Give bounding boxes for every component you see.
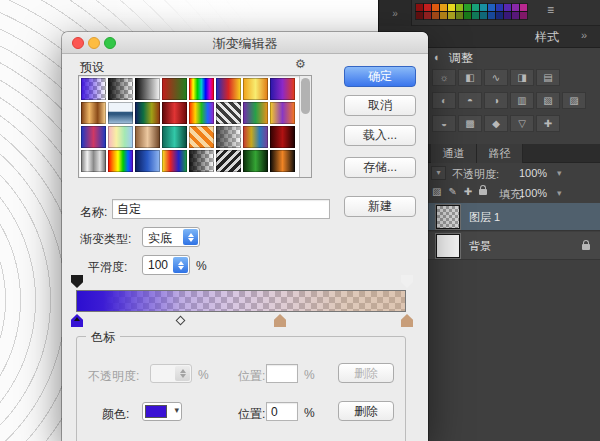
color-stop-left[interactable] — [71, 314, 83, 327]
color-stop-right[interactable] — [401, 314, 413, 327]
gradient-preset[interactable] — [162, 102, 187, 124]
presets-gear-icon[interactable]: ⚙ — [295, 57, 306, 71]
smoothness-stepper[interactable]: 100 — [142, 255, 190, 275]
opacity-stop-left[interactable] — [71, 275, 83, 288]
color-swatch[interactable] — [464, 12, 471, 19]
lock-position-icon[interactable]: ✚ — [464, 186, 472, 197]
gradient-preset[interactable] — [216, 102, 241, 124]
color-swatch[interactable] — [440, 4, 447, 11]
panel-collapse-icon[interactable]: » — [581, 29, 586, 41]
adjustment-icon[interactable]: ◆ — [484, 115, 508, 132]
color-swatch[interactable] — [448, 12, 455, 19]
layers-fill-dropdown-icon[interactable]: ▾ — [557, 188, 562, 198]
adjustment-icon[interactable]: ▩ — [458, 115, 482, 132]
adjustment-icon[interactable]: ◑ — [484, 92, 508, 109]
lock-pixels-icon[interactable]: ✎ — [448, 186, 456, 197]
gradient-preset[interactable] — [81, 102, 106, 124]
adjustment-icon[interactable]: ◓ — [458, 92, 482, 109]
color-swatch[interactable] — [464, 4, 471, 11]
layer1-thumbnail[interactable] — [436, 205, 460, 229]
color-swatch[interactable] — [145, 405, 167, 418]
color-swatch[interactable] — [496, 4, 503, 11]
lock-all-icon[interactable] — [479, 189, 487, 195]
new-button[interactable]: 新建 — [344, 196, 416, 217]
delete-color-stop-button[interactable]: 删除 — [338, 401, 394, 421]
name-input[interactable] — [112, 199, 330, 219]
adjustment-icon[interactable]: ✚ — [536, 115, 560, 132]
gradient-preset[interactable] — [189, 150, 214, 172]
gradient-preset[interactable] — [135, 78, 160, 100]
dialog-titlebar[interactable]: 渐变编辑器 — [62, 32, 428, 54]
color-swatch[interactable] — [424, 12, 431, 19]
color-swatch[interactable] — [504, 12, 511, 19]
gradient-preset[interactable] — [162, 78, 187, 100]
color-stop-middle[interactable] — [274, 314, 286, 327]
background-thumbnail[interactable] — [436, 234, 460, 258]
layers-opacity-value[interactable]: 100% — [519, 167, 547, 179]
color-dropdown-icon[interactable]: ▾ — [174, 405, 179, 415]
adjustment-icon[interactable]: ▧ — [536, 92, 560, 109]
gradient-preset[interactable] — [243, 78, 268, 100]
gradient-preset[interactable] — [81, 150, 106, 172]
adjustment-icon[interactable]: ◒ — [432, 115, 456, 132]
gradient-preset[interactable] — [135, 126, 160, 148]
color-swatch[interactable] — [432, 12, 439, 19]
adjustment-icon[interactable]: ▽ — [510, 115, 534, 132]
color-swatch[interactable] — [432, 4, 439, 11]
color-swatch[interactable] — [520, 12, 527, 19]
gradient-preset[interactable] — [108, 126, 133, 148]
adjustment-icon[interactable]: ◨ — [510, 69, 534, 86]
tab-paths[interactable]: 路径 — [477, 144, 523, 163]
cancel-button[interactable]: 取消 — [344, 95, 416, 116]
color-swatch[interactable] — [488, 4, 495, 11]
layers-fill-value[interactable]: 100% — [519, 187, 547, 199]
tab-styles[interactable]: 样式 — [535, 29, 559, 46]
color-swatch[interactable] — [512, 12, 519, 19]
adjustment-icon[interactable]: ▥ — [510, 92, 534, 109]
gradient-preset[interactable] — [243, 126, 268, 148]
preset-scrollbar[interactable] — [299, 76, 311, 177]
gradient-preset[interactable] — [81, 126, 106, 148]
gradient-preset[interactable] — [108, 78, 133, 100]
color-swatch[interactable] — [472, 4, 479, 11]
gradient-preset[interactable] — [162, 150, 187, 172]
collapse-panel-icon[interactable]: » — [392, 8, 398, 19]
gradient-type-dropdown[interactable]: 实底 — [142, 227, 200, 247]
gradient-preset[interactable] — [270, 150, 295, 172]
color-swatch[interactable] — [520, 4, 527, 11]
ok-button[interactable]: 确定 — [344, 66, 416, 87]
color-swatch[interactable] — [472, 12, 479, 19]
color-swatch[interactable] — [480, 4, 487, 11]
gradient-midpoint-marker[interactable] — [176, 316, 186, 326]
gradient-preview-bar[interactable] — [76, 290, 406, 312]
color-swatch[interactable] — [440, 12, 447, 19]
adjustment-icon[interactable]: ☼ — [432, 69, 456, 86]
color-swatch[interactable] — [488, 12, 495, 19]
save-button[interactable]: 存储... — [344, 157, 416, 178]
gradient-preset[interactable] — [216, 78, 241, 100]
color-swatch[interactable] — [456, 4, 463, 11]
background-name[interactable]: 背景 — [469, 239, 491, 254]
color-swatch[interactable] — [448, 4, 455, 11]
adjustment-icon[interactable]: ∿ — [484, 69, 508, 86]
color-swatch[interactable] — [416, 12, 423, 19]
opacity-stop-right[interactable] — [401, 275, 413, 288]
panel-menu-icon[interactable]: ≡ — [547, 4, 554, 16]
adjustment-icon[interactable]: ◧ — [458, 69, 482, 86]
color-swatch[interactable] — [512, 4, 519, 11]
stop-color-picker[interactable]: ▾ — [142, 402, 182, 421]
color-swatch[interactable] — [416, 4, 423, 11]
color-swatch[interactable] — [504, 4, 511, 11]
gradient-preset[interactable] — [270, 78, 295, 100]
gradient-preset[interactable] — [243, 102, 268, 124]
lock-transparent-icon[interactable]: ▨ — [432, 186, 441, 197]
gradient-preset[interactable] — [108, 150, 133, 172]
gradient-preset[interactable] — [270, 102, 295, 124]
gradient-preset[interactable] — [216, 126, 241, 148]
adjustment-icon[interactable]: ◐ — [432, 92, 456, 109]
gradient-preset[interactable] — [81, 78, 106, 100]
gradient-preset[interactable] — [135, 150, 160, 172]
layer1-name[interactable]: 图层 1 — [469, 210, 500, 225]
gradient-preset[interactable] — [243, 150, 268, 172]
load-button[interactable]: 载入... — [344, 125, 416, 146]
